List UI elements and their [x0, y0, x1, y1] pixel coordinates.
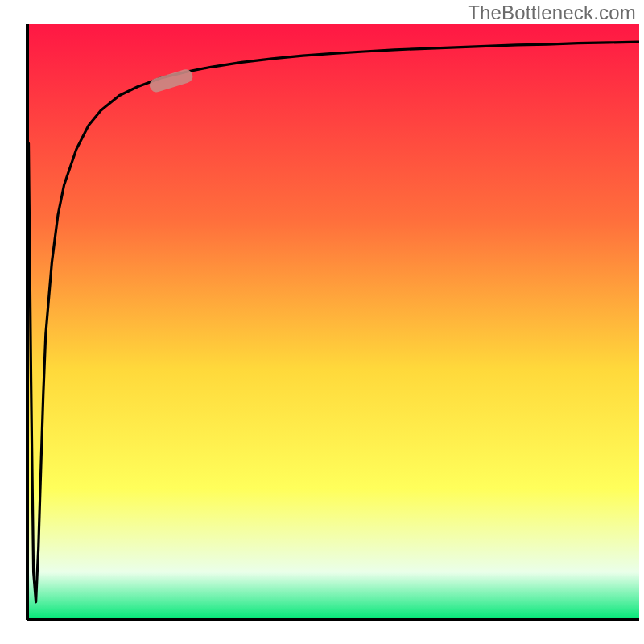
chart-svg [0, 0, 644, 644]
gradient-background [27, 24, 639, 620]
attribution-text: TheBottleneck.com [468, 2, 636, 24]
chart-stage: TheBottleneck.com [0, 0, 644, 644]
